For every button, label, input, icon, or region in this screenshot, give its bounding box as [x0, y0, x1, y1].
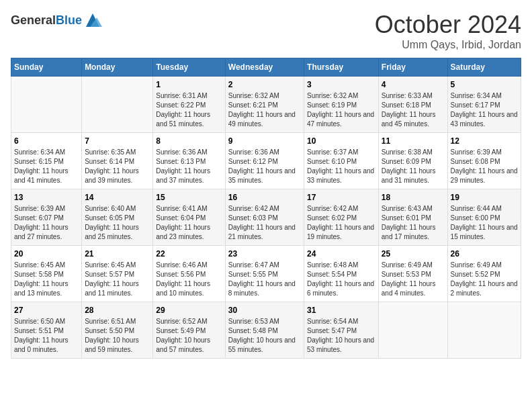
calendar-cell: 7Sunrise: 6:35 AMSunset: 6:14 PMDaylight…	[82, 133, 153, 189]
day-info: Sunrise: 6:51 AMSunset: 5:50 PMDaylight:…	[85, 317, 150, 355]
calendar-cell: 1Sunrise: 6:31 AMSunset: 6:22 PMDaylight…	[153, 77, 225, 133]
day-info: Sunrise: 6:33 AMSunset: 6:18 PMDaylight:…	[382, 91, 445, 129]
day-number: 1	[156, 80, 222, 89]
day-number: 5	[451, 80, 518, 89]
day-info: Sunrise: 6:42 AMSunset: 6:03 PMDaylight:…	[228, 204, 301, 242]
day-number: 15	[156, 193, 222, 202]
calendar-header: SundayMondayTuesdayWednesdayThursdayFrid…	[11, 58, 521, 77]
day-info: Sunrise: 6:34 AMSunset: 6:15 PMDaylight:…	[14, 148, 79, 185]
day-number: 26	[451, 249, 518, 259]
calendar-cell: 5Sunrise: 6:34 AMSunset: 6:17 PMDaylight…	[447, 77, 521, 133]
day-info: Sunrise: 6:54 AMSunset: 5:47 PMDaylight:…	[307, 317, 375, 355]
day-number: 7	[85, 136, 150, 146]
title-month: October 2024	[375, 11, 521, 39]
day-number: 21	[85, 249, 150, 259]
calendar-cell: 8Sunrise: 6:36 AMSunset: 6:13 PMDaylight…	[153, 133, 225, 189]
calendar-cell	[82, 77, 153, 133]
page-header: GeneralBlue October 2024 Umm Qays, Irbid…	[11, 11, 521, 51]
day-number: 27	[14, 306, 79, 315]
logo-blue: Blue	[56, 13, 82, 27]
day-number: 23	[228, 249, 301, 259]
calendar-cell: 6Sunrise: 6:34 AMSunset: 6:15 PMDaylight…	[11, 133, 82, 189]
day-number: 11	[382, 136, 445, 146]
calendar-week-row: 13Sunrise: 6:39 AMSunset: 6:07 PMDayligh…	[11, 189, 521, 246]
day-number: 3	[307, 80, 375, 89]
weekday-header: Friday	[378, 58, 447, 77]
day-info: Sunrise: 6:49 AMSunset: 5:53 PMDaylight:…	[382, 261, 445, 298]
calendar-cell: 29Sunrise: 6:52 AMSunset: 5:49 PMDayligh…	[153, 302, 225, 359]
calendar-cell: 26Sunrise: 6:49 AMSunset: 5:52 PMDayligh…	[447, 246, 521, 302]
day-info: Sunrise: 6:43 AMSunset: 6:01 PMDaylight:…	[382, 204, 445, 242]
logo: GeneralBlue	[11, 11, 102, 30]
weekday-header: Monday	[82, 58, 153, 77]
calendar-cell: 12Sunrise: 6:39 AMSunset: 6:08 PMDayligh…	[447, 133, 521, 189]
logo-icon	[83, 11, 102, 30]
day-number: 14	[85, 193, 150, 202]
calendar-cell	[11, 77, 82, 133]
day-number: 31	[307, 306, 375, 315]
calendar-cell: 17Sunrise: 6:42 AMSunset: 6:02 PMDayligh…	[304, 189, 379, 246]
calendar-body: 1Sunrise: 6:31 AMSunset: 6:22 PMDaylight…	[11, 77, 521, 359]
day-number: 16	[228, 193, 301, 202]
calendar-week-row: 20Sunrise: 6:45 AMSunset: 5:58 PMDayligh…	[11, 246, 521, 302]
day-number: 9	[228, 136, 301, 146]
day-info: Sunrise: 6:46 AMSunset: 5:56 PMDaylight:…	[156, 261, 222, 298]
day-info: Sunrise: 6:35 AMSunset: 6:14 PMDaylight:…	[85, 148, 150, 185]
calendar-cell: 18Sunrise: 6:43 AMSunset: 6:01 PMDayligh…	[378, 189, 447, 246]
day-info: Sunrise: 6:39 AMSunset: 6:08 PMDaylight:…	[451, 148, 518, 185]
day-info: Sunrise: 6:36 AMSunset: 6:13 PMDaylight:…	[156, 148, 222, 185]
day-info: Sunrise: 6:53 AMSunset: 5:48 PMDaylight:…	[228, 317, 301, 355]
weekday-header: Tuesday	[153, 58, 225, 77]
day-info: Sunrise: 6:45 AMSunset: 5:57 PMDaylight:…	[85, 261, 150, 298]
calendar-cell: 23Sunrise: 6:47 AMSunset: 5:55 PMDayligh…	[225, 246, 304, 302]
title-location: Umm Qays, Irbid, Jordan	[375, 39, 521, 51]
calendar-week-row: 1Sunrise: 6:31 AMSunset: 6:22 PMDaylight…	[11, 77, 521, 133]
calendar-cell: 16Sunrise: 6:42 AMSunset: 6:03 PMDayligh…	[225, 189, 304, 246]
day-info: Sunrise: 6:32 AMSunset: 6:19 PMDaylight:…	[307, 91, 375, 129]
calendar-cell: 13Sunrise: 6:39 AMSunset: 6:07 PMDayligh…	[11, 189, 82, 246]
calendar-cell: 15Sunrise: 6:41 AMSunset: 6:04 PMDayligh…	[153, 189, 225, 246]
day-info: Sunrise: 6:39 AMSunset: 6:07 PMDaylight:…	[14, 204, 79, 242]
day-info: Sunrise: 6:52 AMSunset: 5:49 PMDaylight:…	[156, 317, 222, 355]
day-info: Sunrise: 6:34 AMSunset: 6:17 PMDaylight:…	[451, 91, 518, 129]
weekday-row: SundayMondayTuesdayWednesdayThursdayFrid…	[11, 58, 521, 77]
day-number: 30	[228, 306, 301, 315]
day-info: Sunrise: 6:50 AMSunset: 5:51 PMDaylight:…	[14, 317, 79, 355]
day-number: 19	[451, 193, 518, 202]
weekday-header: Thursday	[304, 58, 379, 77]
day-info: Sunrise: 6:45 AMSunset: 5:58 PMDaylight:…	[14, 261, 79, 298]
logo-general: General	[11, 13, 56, 27]
calendar-week-row: 6Sunrise: 6:34 AMSunset: 6:15 PMDaylight…	[11, 133, 521, 189]
day-number: 28	[85, 306, 150, 315]
day-info: Sunrise: 6:49 AMSunset: 5:52 PMDaylight:…	[451, 261, 518, 298]
calendar-cell: 20Sunrise: 6:45 AMSunset: 5:58 PMDayligh…	[11, 246, 82, 302]
day-info: Sunrise: 6:40 AMSunset: 6:05 PMDaylight:…	[85, 204, 150, 242]
calendar-week-row: 27Sunrise: 6:50 AMSunset: 5:51 PMDayligh…	[11, 302, 521, 359]
calendar-cell: 2Sunrise: 6:32 AMSunset: 6:21 PMDaylight…	[225, 77, 304, 133]
weekday-header: Saturday	[447, 58, 521, 77]
calendar-cell: 31Sunrise: 6:54 AMSunset: 5:47 PMDayligh…	[304, 302, 379, 359]
day-number: 24	[307, 249, 375, 259]
day-number: 10	[307, 136, 375, 146]
weekday-header: Wednesday	[225, 58, 304, 77]
day-number: 13	[14, 193, 79, 202]
calendar-cell: 14Sunrise: 6:40 AMSunset: 6:05 PMDayligh…	[82, 189, 153, 246]
day-number: 17	[307, 193, 375, 202]
day-number: 22	[156, 249, 222, 259]
day-number: 6	[14, 136, 79, 146]
day-number: 12	[451, 136, 518, 146]
day-info: Sunrise: 6:48 AMSunset: 5:54 PMDaylight:…	[307, 261, 375, 298]
calendar-cell: 21Sunrise: 6:45 AMSunset: 5:57 PMDayligh…	[82, 246, 153, 302]
day-number: 8	[156, 136, 222, 146]
day-info: Sunrise: 6:38 AMSunset: 6:09 PMDaylight:…	[382, 148, 445, 185]
calendar-cell: 30Sunrise: 6:53 AMSunset: 5:48 PMDayligh…	[225, 302, 304, 359]
calendar-cell: 3Sunrise: 6:32 AMSunset: 6:19 PMDaylight…	[304, 77, 379, 133]
day-number: 18	[382, 193, 445, 202]
day-number: 2	[228, 80, 301, 89]
calendar-cell: 10Sunrise: 6:37 AMSunset: 6:10 PMDayligh…	[304, 133, 379, 189]
calendar-table: SundayMondayTuesdayWednesdayThursdayFrid…	[11, 58, 521, 359]
day-info: Sunrise: 6:44 AMSunset: 6:00 PMDaylight:…	[451, 204, 518, 242]
calendar-cell: 25Sunrise: 6:49 AMSunset: 5:53 PMDayligh…	[378, 246, 447, 302]
day-info: Sunrise: 6:41 AMSunset: 6:04 PMDaylight:…	[156, 204, 222, 242]
day-number: 4	[382, 80, 445, 89]
